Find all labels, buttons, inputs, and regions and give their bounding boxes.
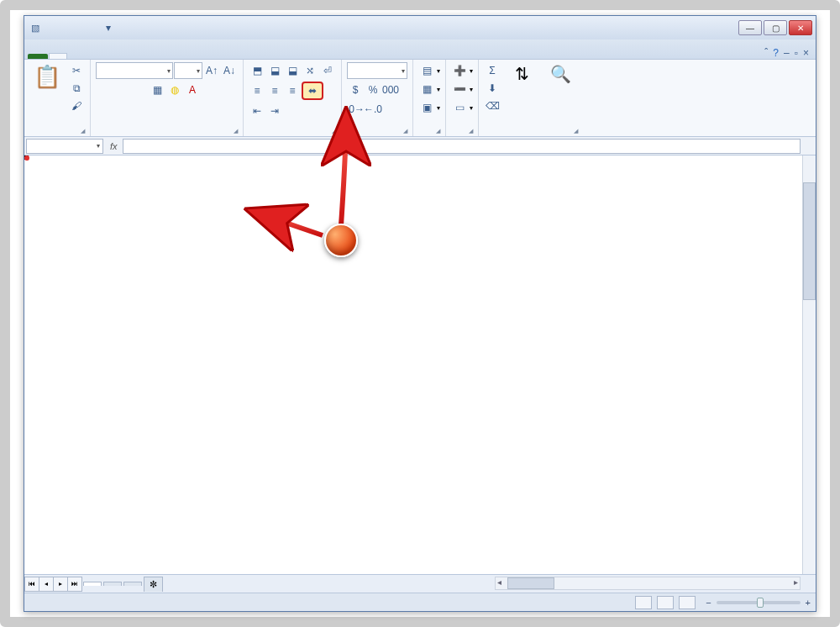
copy-button[interactable]: ⧉ <box>68 80 85 97</box>
zoom-in-button[interactable]: + <box>806 598 811 608</box>
name-box[interactable] <box>26 139 103 154</box>
increase-indent-button[interactable]: ⇥ <box>266 103 283 119</box>
doc-min-icon[interactable]: – <box>784 47 790 59</box>
view-normal-button[interactable] <box>635 596 652 609</box>
bold-button[interactable] <box>96 82 113 98</box>
accounting-format-button[interactable]: $ <box>347 82 364 98</box>
formula-input[interactable] <box>123 139 801 154</box>
horizontal-scrollbar[interactable] <box>495 577 801 590</box>
save-button[interactable] <box>45 19 61 36</box>
scroll-thumb[interactable] <box>507 577 554 589</box>
sheet-nav-last[interactable]: ⏭ <box>67 577 82 592</box>
comma-format-button[interactable]: 000 <box>382 82 399 98</box>
align-left-button[interactable]: ≡ <box>249 82 265 99</box>
cell-styles-icon: ▣ <box>418 99 435 116</box>
delete-cells-button[interactable]: ➖▾ <box>451 81 473 97</box>
format-as-table-button[interactable]: ▦▾ <box>418 81 440 97</box>
sheet-nav-first[interactable]: ⏮ <box>24 577 39 592</box>
tab-formulas[interactable] <box>107 53 125 59</box>
zoom-out-button[interactable]: − <box>706 598 711 608</box>
increase-font-button[interactable]: A↑ <box>203 62 220 79</box>
table-icon: ▦ <box>418 81 435 97</box>
orientation-button[interactable]: ⤭ <box>302 62 318 79</box>
sheet-nav-prev[interactable]: ◂ <box>39 577 54 592</box>
fx-icon[interactable]: fx <box>105 141 123 151</box>
align-center-button[interactable]: ≡ <box>266 82 283 99</box>
tab-insert[interactable] <box>68 53 87 59</box>
sheet-tab-3[interactable] <box>123 582 142 586</box>
group-label-editing <box>484 134 578 135</box>
italic-button[interactable] <box>113 82 130 98</box>
group-label-cells <box>451 134 473 135</box>
autosum-button[interactable]: Σ <box>484 62 501 79</box>
fill-button[interactable]: ⬇ <box>484 80 501 97</box>
find-select-button[interactable]: 🔍 <box>543 62 578 87</box>
format-painter-button[interactable]: 🖌 <box>68 97 85 114</box>
selection-outline <box>24 155 28 159</box>
align-right-button[interactable]: ≡ <box>284 82 301 99</box>
tab-review[interactable] <box>145 53 164 59</box>
new-sheet-button[interactable]: ✼ <box>144 577 163 592</box>
decrease-indent-button[interactable]: ⇤ <box>249 103 265 119</box>
increase-decimal-button[interactable]: .0→ <box>347 101 364 118</box>
sheet-tab-2[interactable] <box>103 582 122 586</box>
status-bar: − + <box>24 593 816 611</box>
decrease-decimal-button[interactable]: ←.0 <box>365 101 381 118</box>
vertical-scrollbar[interactable] <box>802 155 816 574</box>
align-bottom-button[interactable]: ⬓ <box>284 62 301 79</box>
fill-color-button[interactable]: ◍ <box>166 82 183 98</box>
tab-view[interactable] <box>165 53 183 59</box>
app-window: ▧ ▾ — ▢ ✕ ˆ ? – ▫ × <box>24 15 816 612</box>
qat-dropdown[interactable]: ▾ <box>100 19 117 36</box>
wrap-text-button[interactable]: ⏎ <box>319 62 336 79</box>
cell-styles-button[interactable]: ▣▾ <box>418 99 440 116</box>
format-cells-button[interactable]: ▭▾ <box>451 99 473 116</box>
insert-cells-icon: ➕ <box>451 62 468 79</box>
doc-close-icon[interactable]: × <box>803 47 809 59</box>
tab-page-layout[interactable] <box>87 53 106 59</box>
tab-home[interactable] <box>49 53 67 59</box>
find-icon: 🔍 <box>550 64 571 84</box>
annotation-step-bubble <box>324 224 358 257</box>
font-name-combo[interactable] <box>96 62 173 79</box>
conditional-formatting-button[interactable]: ▤▾ <box>418 62 440 79</box>
align-middle-button[interactable]: ⬓ <box>266 62 283 79</box>
zoom-thumb[interactable] <box>757 598 764 608</box>
decrease-font-button[interactable]: A↓ <box>221 62 238 79</box>
maximize-button[interactable]: ▢ <box>764 20 787 35</box>
doc-restore-icon[interactable]: ▫ <box>795 47 798 59</box>
group-label-clipboard <box>29 134 85 135</box>
sheet-tab-bar: ⏮ ◂ ▸ ⏭ ✼ <box>24 574 816 593</box>
zoom-slider[interactable] <box>717 601 801 604</box>
clear-button[interactable]: ⌫ <box>484 97 501 114</box>
number-format-combo[interactable] <box>347 62 407 79</box>
percent-format-button[interactable]: % <box>365 82 381 98</box>
font-size-combo[interactable] <box>174 62 202 79</box>
cut-button[interactable]: ✂ <box>68 62 85 79</box>
file-tab[interactable] <box>28 54 48 59</box>
help-icon[interactable]: ? <box>773 47 779 59</box>
tab-data[interactable] <box>126 53 144 59</box>
sheet-nav-next[interactable]: ▸ <box>53 577 68 592</box>
ribbon-tabs: ˆ ? – ▫ × <box>24 40 816 60</box>
group-styles: ▤▾ ▦▾ ▣▾ <box>413 60 446 136</box>
paste-button[interactable]: 📋 <box>29 62 65 93</box>
minimize-ribbon-icon[interactable]: ˆ <box>764 47 768 59</box>
underline-button[interactable] <box>131 82 148 98</box>
font-color-button[interactable]: A <box>184 82 201 98</box>
insert-cells-button[interactable]: ➕▾ <box>451 62 473 79</box>
align-top-button[interactable]: ⬒ <box>249 62 265 79</box>
sort-filter-button[interactable]: ⇅ <box>504 62 539 87</box>
undo-button[interactable] <box>63 19 80 36</box>
scroll-thumb[interactable] <box>803 182 816 300</box>
worksheet-grid[interactable] <box>24 155 816 574</box>
close-button[interactable]: ✕ <box>789 20 812 35</box>
view-page-break-button[interactable] <box>679 596 696 609</box>
sheet-tab-1[interactable] <box>83 582 102 586</box>
group-number: $ % 000 .0→ ←.0 <box>342 60 413 136</box>
merge-center-button[interactable]: ⬌ <box>302 82 323 100</box>
view-page-layout-button[interactable] <box>657 596 674 609</box>
border-button[interactable]: ▦ <box>149 82 165 98</box>
redo-button[interactable] <box>81 19 98 36</box>
minimize-button[interactable]: — <box>738 20 762 35</box>
